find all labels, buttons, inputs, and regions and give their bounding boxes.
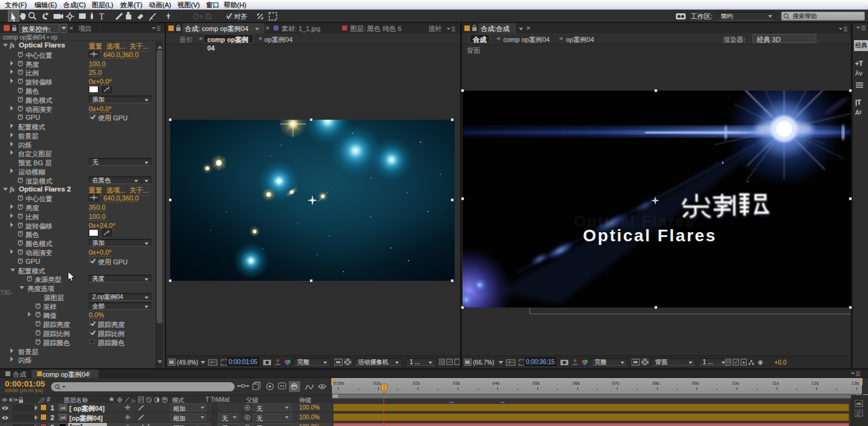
svg-text:Optical Flares: Optical Flares [574,213,695,230]
svg-text:T: T [99,12,105,21]
